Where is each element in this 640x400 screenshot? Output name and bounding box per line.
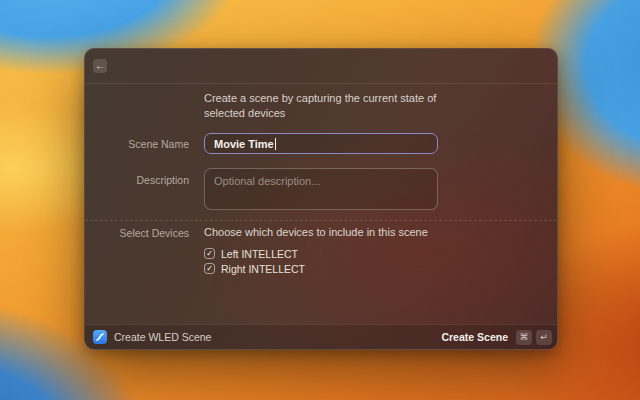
description-placeholder: Optional description... [214,175,320,187]
wled-extension-icon [93,330,107,344]
checkbox-checked-icon: ✓ [204,248,215,259]
device-name: Left INTELLECT [221,248,298,260]
scene-name-label: Scene Name [85,138,189,150]
checkbox-checked-icon: ✓ [204,263,215,274]
back-arrow-icon: ← [95,61,105,71]
section-divider [85,220,557,221]
device-checkbox-row-left-intellect[interactable]: ✓ Left INTELLECT [204,247,298,260]
scene-name-input[interactable]: Movie Time [204,133,438,154]
create-scene-label: Create Scene [441,331,508,343]
command-key-icon: ⌘ [516,330,532,345]
check-icon: ✓ [206,250,213,258]
select-devices-label: Select Devices [85,227,189,239]
squiggle-glyph [95,332,105,342]
dialog-header: ← [85,49,557,84]
back-button[interactable]: ← [93,59,107,73]
form-intro-text: Create a scene by capturing the current … [204,91,448,121]
description-input[interactable]: Optional description... [204,168,438,210]
device-checkbox-row-right-intellect[interactable]: ✓ Right INTELLECT [204,262,305,275]
return-key-icon: ↵ [536,330,552,345]
text-cursor [275,138,276,150]
create-wled-scene-dialog: ← Create a scene by capturing the curren… [84,48,558,350]
dialog-footer: Create WLED Scene Create Scene ⌘ ↵ [85,324,557,349]
create-scene-button[interactable]: Create Scene ⌘ ↵ [441,330,552,345]
device-name: Right INTELLECT [221,263,305,275]
footer-app-name: Create WLED Scene [114,331,211,343]
description-label: Description [85,174,189,186]
scene-name-value: Movie Time [214,138,274,150]
check-icon: ✓ [206,265,213,273]
select-devices-hint: Choose which devices to include in this … [204,226,428,238]
